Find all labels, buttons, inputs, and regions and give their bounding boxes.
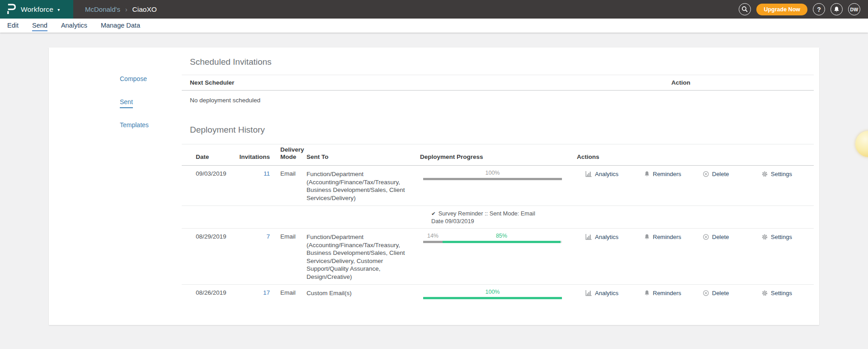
product-switcher[interactable]: Workforce ▾ <box>0 0 73 19</box>
invitations-count-link[interactable]: 7 <box>266 233 270 240</box>
progress-bar-group: 100% <box>423 170 562 180</box>
deployment-progress-cell: 14%85% <box>419 233 576 243</box>
breadcrumb-current-page: CiaoXO <box>132 5 157 14</box>
action-label: Settings <box>771 171 792 177</box>
upgrade-now-button[interactable]: Upgrade Now <box>756 4 807 15</box>
action-label: Analytics <box>595 234 618 240</box>
deployment-progress-cell: 100% <box>419 170 576 180</box>
reminder-sub-row: ✔Survey Reminder :: Sent Mode: Email Dat… <box>182 206 814 229</box>
analytics-action-link[interactable]: Analytics <box>585 171 644 177</box>
bell-icon <box>644 234 650 240</box>
gear-icon <box>762 234 768 240</box>
action-label: Reminders <box>653 234 681 240</box>
settings-action-link[interactable]: Settings <box>762 290 821 296</box>
progress-segment <box>423 241 443 243</box>
progress-labels: 14%85% <box>423 233 562 239</box>
progress-labels: 100% <box>423 170 562 177</box>
progress-bar <box>423 178 562 180</box>
progress-labels: 100% <box>423 289 562 296</box>
gear-icon <box>762 290 768 296</box>
progress-segment <box>443 241 561 243</box>
circled-x-icon <box>703 171 709 177</box>
column-next-scheduler: Next Scheduler <box>182 79 671 86</box>
delete-action-link[interactable]: Delete <box>703 290 762 296</box>
tab-manage-data[interactable]: Manage Data <box>101 20 140 31</box>
product-name: Workforce <box>21 5 53 14</box>
column-sent-to: Sent To <box>307 153 419 161</box>
invitations-cell: 11 <box>236 170 270 177</box>
progress-bar <box>423 241 562 243</box>
sent-to-cell: Custom Email(s) <box>307 289 419 297</box>
sent-to-text: Custom Email(s) <box>307 289 408 297</box>
survey-tab-bar: EditSendAnalyticsManage Data <box>0 19 868 33</box>
user-avatar[interactable]: DW <box>848 3 860 15</box>
chevron-down-icon: ▾ <box>57 7 60 12</box>
sent-to-text: Function/Department (Accounting/Finance/… <box>307 170 408 202</box>
reminders-action-link[interactable]: Reminders <box>644 234 703 240</box>
actions-cell: AnalyticsRemindersDeleteSettings <box>576 289 821 296</box>
settings-action-link[interactable]: Settings <box>762 234 821 240</box>
progress-percent-label: 100% <box>423 170 562 177</box>
settings-action-link[interactable]: Settings <box>762 171 821 177</box>
feedback-bubble-button[interactable] <box>855 131 868 157</box>
notifications-button[interactable] <box>830 3 843 15</box>
delete-action-link[interactable]: Delete <box>703 234 762 240</box>
tab-edit[interactable]: Edit <box>7 20 19 31</box>
action-label: Reminders <box>653 290 681 296</box>
main-content: Scheduled Invitations Next Scheduler Act… <box>182 48 814 304</box>
history-table-row: 08/29/2019 7 Email Function/Department (… <box>182 229 814 285</box>
delivery-mode: Email <box>270 233 307 240</box>
column-deployment-progress: Deployment Progress <box>419 153 576 161</box>
top-bar: Workforce ▾ McDonald's › CiaoXO Upgrade … <box>0 0 868 19</box>
sidebar-item-templates[interactable]: Templates <box>120 122 149 131</box>
history-table-body: 09/03/2019 11 Email Function/Department … <box>182 166 814 304</box>
tab-send[interactable]: Send <box>32 20 47 31</box>
scheduled-empty-text: No deployment scheduled <box>182 91 814 104</box>
scheduled-table-header: Next Scheduler Action <box>182 75 814 91</box>
action-label: Reminders <box>653 171 681 177</box>
analytics-action-link[interactable]: Analytics <box>585 234 644 240</box>
sidebar-item-compose[interactable]: Compose <box>120 76 149 85</box>
sent-to-text: Function/Department (Accounting/Finance/… <box>307 233 408 281</box>
sent-to-cell: Function/Department (Accounting/Finance/… <box>307 233 419 281</box>
breadcrumb-org-link[interactable]: McDonald's <box>85 5 120 13</box>
reminders-action-link[interactable]: Reminders <box>644 290 703 296</box>
action-label: Delete <box>712 290 729 296</box>
action-label: Settings <box>771 290 792 296</box>
invitations-count-link[interactable]: 11 <box>264 170 270 177</box>
bar-chart-icon <box>585 171 592 177</box>
tab-analytics[interactable]: Analytics <box>61 20 87 31</box>
bell-icon <box>834 6 840 13</box>
analytics-action-link[interactable]: Analytics <box>585 290 644 296</box>
column-actions: Actions <box>576 153 814 161</box>
deployment-date: 09/03/2019 <box>182 170 236 177</box>
reminder-date: Date 09/03/2019 <box>431 218 814 225</box>
invitations-cell: 17 <box>236 289 270 296</box>
action-label: Delete <box>712 234 729 240</box>
delete-action-link[interactable]: Delete <box>703 171 762 177</box>
search-button[interactable] <box>739 3 751 15</box>
deployment-date: 08/26/2019 <box>182 289 236 296</box>
bell-icon <box>644 171 650 177</box>
history-table-row: 09/03/2019 11 Email Function/Department … <box>182 166 814 206</box>
help-button[interactable]: ? <box>813 3 825 15</box>
bell-icon <box>644 290 650 296</box>
workforce-logo-icon <box>6 2 16 17</box>
invitations-cell: 7 <box>236 233 270 240</box>
bar-chart-icon <box>585 234 592 240</box>
reminders-action-link[interactable]: Reminders <box>644 171 703 177</box>
history-table-row: 08/26/2019 17 Email Custom Email(s) 100%… <box>182 285 814 304</box>
invitations-count-link[interactable]: 17 <box>263 289 270 296</box>
column-action: Action <box>671 79 814 86</box>
sidebar-item-sent[interactable]: Sent <box>120 99 149 108</box>
breadcrumb: McDonald's › CiaoXO <box>85 0 157 19</box>
sidebar-item-label: Compose <box>120 76 147 85</box>
column-delivery-mode: Delivery Mode <box>270 146 307 161</box>
actions-cell: AnalyticsRemindersDeleteSettings <box>576 233 821 240</box>
delivery-mode: Email <box>270 170 307 177</box>
breadcrumb-separator: › <box>125 6 127 13</box>
progress-bar <box>423 297 562 299</box>
reminder-text: Survey Reminder :: Sent Mode: Email <box>439 210 535 217</box>
progress-segment <box>423 178 562 180</box>
bar-chart-icon <box>585 290 592 296</box>
